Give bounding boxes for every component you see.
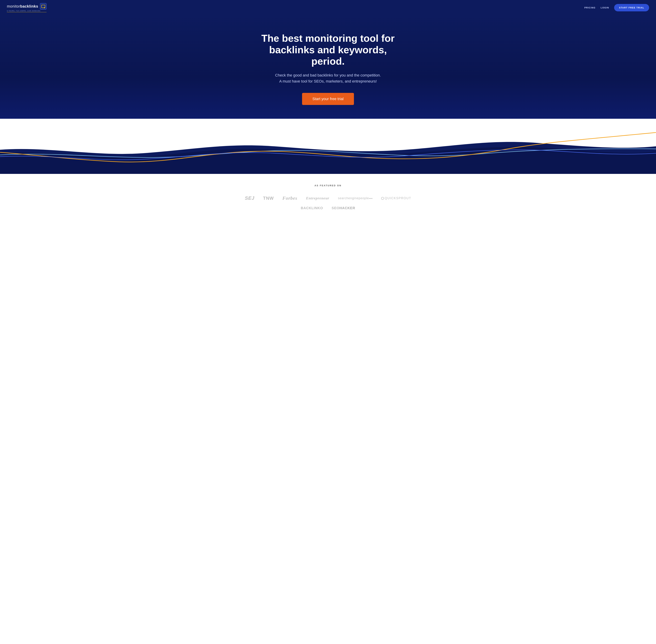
- logo-text: monitorbacklinks: [7, 4, 38, 8]
- hero-headline: The best monitoring tool for backlinks a…: [259, 32, 397, 67]
- start-free-trial-button[interactable]: START FREE TRIAL: [614, 4, 649, 12]
- logo-sej: SEJ: [245, 196, 255, 201]
- wave-graphic: [0, 119, 656, 174]
- logo-area: monitorbacklinks 6 YEARS, 71K USERS, 110…: [7, 3, 47, 12]
- featured-label: AS FEATURED ON: [7, 184, 649, 187]
- main-nav: PRICING LOGIN START FREE TRIAL: [584, 4, 649, 12]
- qs-icon: [381, 197, 384, 200]
- logo-seohacker: SEOHACKER: [332, 206, 355, 210]
- logo-tagline: 6 YEARS, 71K USERS, 110K DOMAINS: [7, 10, 47, 12]
- logo-icon: [40, 3, 47, 10]
- login-link[interactable]: LOGIN: [601, 6, 609, 9]
- logos-row-2: BACKLINKO SEOHACKER: [7, 206, 649, 210]
- pricing-link[interactable]: PRICING: [584, 6, 595, 9]
- hero-cta-button[interactable]: Start your free trial: [302, 93, 354, 105]
- logo-forbes: Forbes: [282, 196, 298, 201]
- logo-row: monitorbacklinks: [7, 3, 47, 10]
- header: monitorbacklinks 6 YEARS, 71K USERS, 110…: [0, 0, 656, 15]
- logo-entrepreneur: Entrepreneur: [306, 196, 329, 201]
- logo-tnw: TNW: [263, 196, 274, 201]
- logo-quicksprout: QUICKSPROUT: [381, 197, 411, 200]
- logos-row-1: SEJ TNW Forbes Entrepreneur searchengine…: [7, 196, 649, 201]
- logo-bold: backlinks: [20, 4, 38, 8]
- hero-subheadline: Check the good and bad backlinks for you…: [7, 72, 649, 84]
- wave-section: [0, 119, 656, 174]
- logo-backlinko: BACKLINKO: [301, 206, 323, 210]
- featured-section: AS FEATURED ON SEJ TNW Forbes Entreprene…: [0, 174, 656, 222]
- logo-normal: monitor: [7, 4, 20, 8]
- hero-section: The best monitoring tool for backlinks a…: [0, 15, 656, 119]
- logo-sep: searchenginepeople: [338, 197, 373, 200]
